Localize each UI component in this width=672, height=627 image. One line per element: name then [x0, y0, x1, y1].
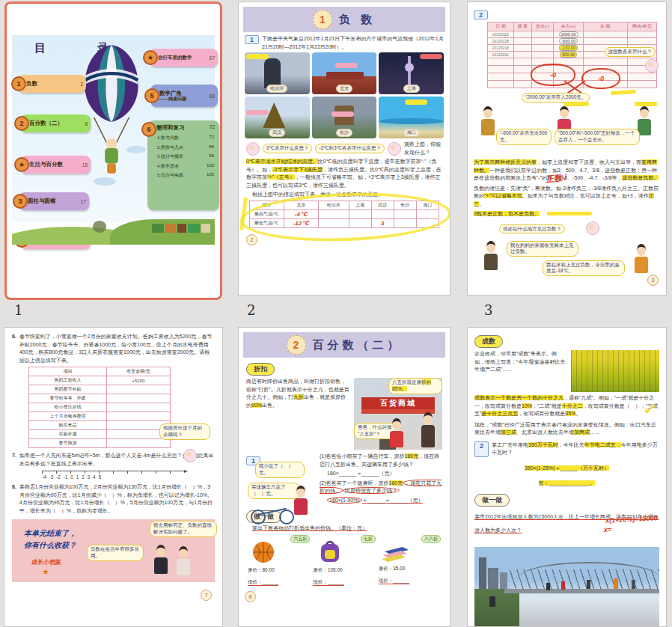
toc-item-page: 2: [80, 82, 83, 87]
toc-item-number: 5: [144, 88, 159, 103]
page-number-badge: 8: [245, 591, 256, 602]
toc-subitem[interactable]: 1.数与代数72: [157, 135, 214, 141]
toc-item-label: 生活与百分数: [29, 161, 63, 168]
pedestrian: [587, 580, 590, 589]
weather-table[interactable]: 城市 北京 哈尔滨 上海 武汉 长沙 海口 最高气温/℃ -4℃ 最低气温/℃ …: [249, 201, 439, 228]
fairy-icon: [586, 221, 599, 235]
original-price: 原价：105.00: [313, 566, 375, 573]
toc-item-baifenshu[interactable]: 2 百分数（二） 8: [20, 114, 91, 132]
page-number-badge: 7: [201, 590, 212, 601]
page-number-badge: 2: [246, 234, 257, 245]
angel-icon: [183, 449, 197, 462]
sheet-value: 2000.00: [559, 31, 578, 37]
child-character-illustration: [633, 244, 650, 273]
bridge-photo: [474, 547, 659, 627]
child-character-illustration: [293, 486, 309, 515]
table-prompt: 根据上图中的信息填写下表，并说一说各数表示的意思。: [252, 191, 442, 199]
speech-bubble: 我在冰箱上见过负数，冷冻室的温度是-18℃。: [543, 260, 625, 277]
item-basketball: 六五折 原价：80.00 现价：______: [248, 535, 310, 587]
city-caption: 北京: [336, 85, 352, 93]
basketball-icon: [252, 541, 275, 563]
toc-item-yuanzhu[interactable]: 3 圆柱与圆锥 17: [19, 192, 89, 210]
formula-2: 160×(1-90%)＝______＝______（元）: [327, 497, 442, 505]
observe-question: 观察上图，你能发现什么？: [404, 141, 442, 156]
original-price: 原价：35.00: [379, 565, 441, 572]
angel-icon: [645, 59, 659, 73]
toc-subitem[interactable]: 4.数学思考100: [157, 163, 214, 170]
summary-line-1: 本单元结束了，: [24, 528, 76, 539]
question-6: 6. 春节快要到了，小雪要做一个2月份的家庭收支计划。爸妈工资收入为5200元，…: [12, 333, 215, 364]
thumbnail-page-6-chengshu[interactable]: 成数 农业收成，经常用“成数”来表示。例如，报纸上写道：“今年我省油菜籽比去年增…: [467, 327, 667, 627]
budget-value: +5200: [106, 376, 170, 385]
discount-intro-row: 商店有时降价出售商品，叫做打折扣销售，俗称“打折”。几折就表示十分之几，也就是百…: [246, 378, 442, 450]
chengshu-intro: 农业收成，经常用“成数”来表示。例如，报纸上写道：“今年我省油菜籽比去年增产二成…: [474, 350, 566, 392]
item-notebooks: 八八折 原价：35.00 现价：______: [379, 535, 441, 587]
budget-table[interactable]: 项目收支金额/元 爸妈工资收入+5200 爸妈春节补贴 春节给爷爷、外婆 给小雪…: [28, 367, 171, 448]
rapeseed-field-photo: [571, 350, 659, 392]
highlighter-stroke: [239, 197, 248, 230]
speech-bubble: 我会用标有正、负数的直线解决实际问题了。: [150, 521, 217, 537]
thumbnail-page-3-fushu2[interactable]: 2 日 期 摘 要 支出(-) 存入(+) 余 额 网点/柜员 20120115…: [467, 1, 667, 296]
chapter-title-bar: 1 负 数: [243, 7, 445, 32]
growth-archive-label: 成长小档案: [31, 558, 61, 566]
question-8: 8. 某商店1月份营业额为100万元，2月份营业额为130万元，比1月份增长（ …: [12, 483, 215, 515]
city-photo-beijing: 北京: [312, 52, 377, 94]
toc-subitem[interactable]: 5.综合与实践105: [157, 172, 214, 179]
concept-paragraph: 0℃表示淡水开始结冰的温度。比0℃低的温度叫零下温度，通常在数字前加“-”（负号…: [246, 158, 442, 189]
toc-subitem[interactable]: 3.统计与概率96: [157, 153, 214, 160]
cloud-illustration: [94, 177, 116, 186]
thumbnail-page-4-review[interactable]: 6. 春节快要到了，小雪要做一个2月份的家庭收支计划。爸妈工资收入为5200元，…: [4, 327, 223, 627]
river-bank: [474, 589, 519, 627]
thumbnail-page-1-toc[interactable]: 目 录 1 负数 2 2: [4, 1, 222, 300]
toc-item-shuxueguangjiao[interactable]: 5 数学广角 ——鸽巢问题 68: [150, 85, 218, 107]
fairy-icon: [388, 142, 401, 156]
city-photo-changsha: 长沙: [312, 97, 377, 138]
star-icon: ★: [42, 567, 49, 577]
speech-bubble: “500.00”和“-500.00”正好相反，一个是存入，一个是支出。: [555, 129, 640, 145]
city-caption: 武汉: [269, 129, 285, 137]
toc-item-shenghuo[interactable]: ★ 生活与百分数 15: [20, 156, 91, 174]
toc-item-label: 圆柱与圆锥: [28, 198, 56, 205]
chapter-title-bar: 2 百分数（二）: [243, 332, 445, 358]
toc-item-fushu[interactable]: 1 负数 2: [17, 75, 86, 93]
bicycle-wheel: [279, 510, 294, 524]
toc-page: 目 录 1 负数 2 2: [7, 4, 220, 298]
child-character-illustration: [480, 106, 496, 135]
speech-bubble: 你能算出这个月的余额吗？: [159, 423, 210, 440]
original-price: 原价：80.00: [248, 566, 310, 573]
formula-1: 180×______＝______（元）: [327, 470, 442, 478]
toc-item-page: 15: [82, 162, 88, 168]
current-price: 现价：______: [248, 578, 278, 586]
bicycle-wheel: [251, 510, 266, 524]
cloud-illustration: [126, 146, 146, 153]
toc-item-page: 72: [210, 124, 215, 132]
exercise-1-questions: (1)爸爸给小雨买了一辆自行车，原价180元，现在商店打八五折出售。买这辆车用了…: [320, 453, 442, 504]
thumbnail-page-5-zhekou[interactable]: 2 百分数（二） 折扣 商店有时降价出售商品，叫做打折扣销售，俗称“打折”。几折…: [238, 327, 450, 627]
child-character-illustration: [153, 545, 169, 574]
thumbnail-page-2-fushu[interactable]: 1 负 数 1 下面是中央气象台2012年1月21日下午发布的六个城市的气温预报…: [238, 1, 450, 296]
handwritten-answer: -12℃: [293, 220, 309, 227]
toc-item-label2: ——鸽巢问题: [159, 97, 186, 102]
speech-bubble: “-500.00”表示支出500元。: [496, 129, 552, 145]
toc-subitem[interactable]: 2.图形与几何86: [157, 144, 214, 151]
city-caption: 哈尔滨: [266, 85, 287, 93]
tree-illustration: [93, 221, 106, 233]
discount-paragraph: 商店有时降价出售商品，叫做打折扣销售，俗称“打折”。几折就表示十分之几，也就是百…: [246, 378, 349, 450]
skyscraper-silhouette: [479, 557, 486, 590]
page-number-badge: 3: [647, 275, 659, 286]
concept-paragraph-2: 负数的读法是：先读“负”，再读数。如-3读作负三，-3/8读作负八分之三。正数前…: [474, 185, 660, 209]
pedestrian: [632, 580, 635, 589]
speech-bubble: 负数在生活中有很多应用。: [87, 545, 144, 561]
item-backpack: 七折 原价：105.00 现价：______: [313, 535, 375, 587]
thumbnail-label-2: 2: [247, 302, 255, 318]
speech-bubble: 我少花了（ ）元。: [255, 462, 305, 478]
temperature-tag: [246, 54, 269, 59]
formula: 350×(1-25%)＝______（万千瓦时）: [525, 465, 609, 471]
chapter-title: 百分数（二）: [313, 338, 403, 352]
speech-bubble: “2000.00”表示存入2000元。: [522, 93, 590, 103]
exercise-intro-text: 下面是中央气象台2012年1月21日下午发布的六个城市的气温预报（2012年1月…: [262, 35, 444, 51]
toc-item-zhengli[interactable]: 6 整理和复习 72 1.数与代数72 2.图形与几何86 3.统计与概率96 …: [147, 120, 219, 210]
toc-item-page: 67: [210, 55, 215, 61]
city-caption: 上海: [403, 85, 420, 93]
toc-item-zixingche[interactable]: ★ 自行车里的数学 67: [149, 49, 218, 67]
